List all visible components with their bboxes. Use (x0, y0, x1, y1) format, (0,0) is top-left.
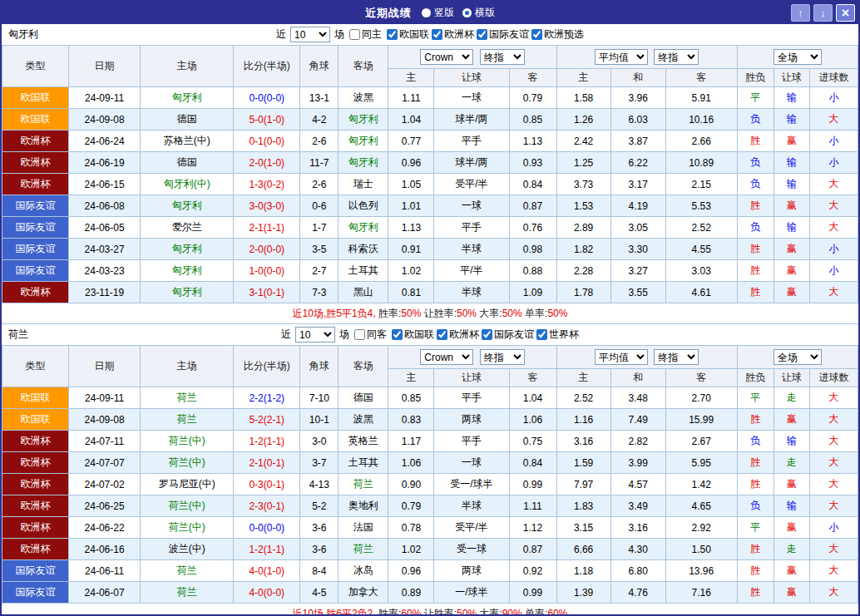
eu-draw-odds: 3.48 (610, 387, 665, 409)
column-header: 角球 (300, 346, 339, 387)
eu-home-odds: 2.52 (556, 387, 610, 409)
match-date: 24-06-22 (69, 517, 141, 539)
competition-label: 欧国联 (404, 328, 434, 342)
goals-result-cell: 大 (809, 474, 858, 495)
home-team: 荷兰 (141, 409, 234, 431)
same-venue-label: 同主 (362, 27, 382, 42)
same-venue-checkbox-input[interactable] (354, 329, 365, 340)
ah-line: 半球 (434, 282, 509, 303)
ah-line: 受一/球半 (434, 474, 509, 495)
goals-result-cell: 大 (809, 387, 858, 409)
match-score: 2-1(1-1) (234, 217, 300, 239)
scope-controls: 全场 (737, 46, 858, 69)
column-subheader: 胜负 (737, 369, 774, 387)
summary-row: 近10场,胜6平2负2, 胜率:60% 让胜率:50% 大率:90% 单率:60… (2, 604, 858, 616)
ah-line: 受平/半 (434, 174, 509, 195)
competition-checkbox-input[interactable] (482, 329, 492, 340)
competition-checkbox[interactable]: 世界杯 (534, 328, 579, 342)
match-count-select[interactable]: 10 (290, 27, 330, 42)
scroll-up-button[interactable]: ↑ (791, 4, 810, 22)
home-team: 匈牙利 (141, 239, 234, 260)
competition-checkbox[interactable]: 欧洲杯 (434, 328, 479, 342)
competition-label: 欧洲杯 (449, 328, 479, 342)
scope-select[interactable]: 全场 (774, 49, 822, 65)
competition-badge: 国际友谊 (2, 560, 69, 582)
column-header: 客场 (339, 46, 388, 87)
match-score: 2-0(1-0) (234, 152, 300, 174)
competition-checkbox[interactable]: 欧国联 (389, 328, 434, 342)
home-team: 德国 (141, 109, 234, 131)
result-cell: 胜 (737, 474, 774, 495)
home-team: 荷兰 (141, 387, 234, 409)
ah-home-odds: 0.79 (388, 495, 434, 517)
competition-badge: 欧国联 (2, 109, 69, 131)
window-title: 近期战绩 (365, 6, 412, 21)
scroll-down-button[interactable]: ↓ (813, 4, 833, 22)
corner-score: 8-4 (300, 560, 339, 582)
competition-checkbox-input[interactable] (536, 329, 547, 340)
competition-label: 欧国联 (399, 27, 429, 42)
same-venue-checkbox[interactable]: 同客 (352, 328, 387, 342)
eu-stage-select[interactable]: 终指 (654, 349, 699, 365)
match-date: 24-07-11 (69, 431, 141, 452)
layout-option-horizontal[interactable]: 横版 (462, 6, 495, 20)
competition-badge: 国际友谊 (2, 217, 69, 239)
same-venue-checkbox[interactable]: 同主 (347, 27, 382, 42)
team-name: 匈牙利 (8, 27, 38, 42)
match-count-select[interactable]: 10 (295, 327, 335, 342)
ah-away-odds: 0.99 (509, 582, 556, 604)
eu-away-odds: 4.65 (665, 495, 737, 517)
competition-checkbox-input[interactable] (477, 29, 487, 40)
competition-label: 国际友谊 (494, 328, 534, 342)
competition-checkbox-input[interactable] (387, 29, 398, 40)
column-subheader: 客 (665, 369, 737, 387)
home-team: 荷兰(中) (141, 495, 234, 517)
competition-checkbox[interactable]: 欧洲杯 (429, 27, 474, 42)
ah-result-cell: 赢 (774, 474, 809, 495)
ah-away-odds: 1.11 (509, 495, 556, 517)
ah-result-cell: 输 (774, 217, 809, 239)
ah-stage-select[interactable]: 终指 (480, 349, 525, 365)
eu-stage-select[interactable]: 终指 (654, 49, 699, 65)
ah-away-odds: 0.87 (509, 195, 556, 217)
eu-draw-odds: 7.49 (610, 409, 665, 431)
competition-checkbox-input[interactable] (392, 329, 403, 340)
same-venue-checkbox-input[interactable] (349, 29, 360, 40)
match-date: 24-03-27 (69, 239, 141, 260)
eu-draw-odds: 6.80 (610, 560, 665, 582)
eu-source-select[interactable]: 平均值 (595, 49, 648, 65)
match-date: 24-06-15 (69, 174, 141, 195)
goals-result-cell: 大 (809, 495, 858, 517)
ah-home-odds: 1.06 (388, 452, 434, 474)
competition-checkbox-input[interactable] (432, 29, 442, 40)
summary-segment: 60% (547, 608, 567, 616)
competition-badge: 欧国联 (2, 409, 69, 431)
competition-checkbox-input[interactable] (437, 329, 447, 340)
competition-checkbox-input[interactable] (531, 29, 542, 40)
sections-container: 匈牙利 近 10 场 同主 欧国联欧洲杯国际友谊欧洲预选 (2, 24, 858, 616)
layout-option-vertical[interactable]: 竖版 (422, 6, 454, 20)
competition-checkbox[interactable]: 欧国联 (384, 27, 429, 42)
ah-source-select[interactable]: Crown (420, 349, 473, 365)
competition-checkbox[interactable]: 国际友谊 (479, 328, 534, 342)
competition-checkbox[interactable]: 国际友谊 (474, 27, 529, 42)
ah-source-select[interactable]: Crown (420, 49, 473, 65)
column-subheader: 主 (388, 69, 434, 87)
eu-source-select[interactable]: 平均值 (595, 349, 648, 365)
goals-result-cell: 大 (809, 452, 858, 474)
column-subheader: 主 (556, 369, 610, 387)
ah-home-odds: 0.89 (388, 582, 434, 604)
close-button[interactable]: × (836, 4, 855, 22)
result-cell: 胜 (737, 239, 774, 260)
ah-stage-select[interactable]: 终指 (480, 49, 525, 65)
competition-checkbox[interactable]: 欧洲预选 (529, 27, 584, 42)
goals-result-cell: 小 (809, 260, 858, 282)
ah-away-odds: 0.75 (509, 431, 556, 452)
scope-select[interactable]: 全场 (774, 349, 822, 365)
ah-result-cell: 输 (774, 152, 809, 174)
match-tbody: 欧国联 24-09-11 匈牙利 0-0(0-0) 13-1 波黑 1.11 一… (2, 87, 858, 303)
match-row: 国际友谊 24-06-05 爱尔兰 2-1(1-1) 1-7 匈牙利 1.13 … (2, 217, 858, 239)
ah-result-cell: 输 (774, 431, 809, 452)
corner-score: 5-2 (300, 495, 339, 517)
match-date: 24-06-19 (69, 152, 141, 174)
